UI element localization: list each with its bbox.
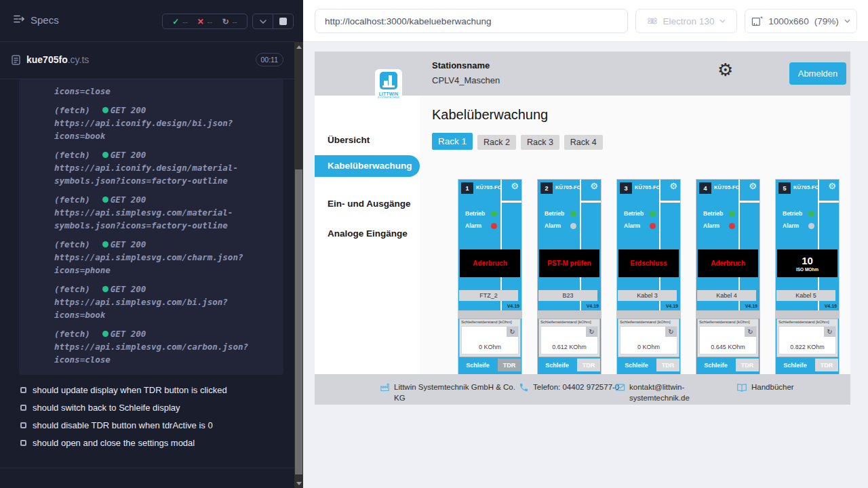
betrieb-led-icon (808, 211, 814, 217)
test-item[interactable]: should update display when TDR button is… (20, 385, 294, 395)
refresh-icon[interactable]: ↻ (507, 327, 518, 337)
card-settings-gear-icon[interactable]: ⚙ (749, 182, 757, 190)
stop-button[interactable] (273, 14, 293, 28)
scrollbar-track[interactable] (294, 42, 303, 488)
alarm-led-icon (808, 223, 814, 229)
app-viewport: LITTWIN SYSTEMTECHNIK Stationsname CPLV4… (315, 52, 850, 405)
footer-item[interactable]: Handbücher (736, 382, 850, 395)
nav-item-2[interactable]: Kabelüberwachung (315, 155, 420, 177)
nav-item-3[interactable]: Ein- und Ausgänge (315, 197, 420, 211)
chevron-down-icon (844, 19, 850, 23)
display-alert-text: Erdschluss (631, 260, 667, 267)
alarm-label: Alarm (465, 222, 488, 229)
viewport-size-label: 1000x660 (768, 16, 808, 26)
schleife-button[interactable]: Schleife (538, 359, 576, 371)
device-cards: 1 KÜ705-FO ⚙ Betrieb Alarm Aderbruch FTZ… (458, 180, 839, 375)
email-icon (615, 382, 625, 395)
divider (776, 310, 839, 319)
log-url: https://api.iconify.design/bi.json?icons… (54, 117, 278, 142)
nav-item-1[interactable]: Übersicht (315, 134, 420, 147)
resistance-readout: ↻ 0.822 KOhm (778, 326, 836, 354)
rack-tab[interactable]: Rack 1 (432, 133, 473, 150)
log-tag: (fetch) (54, 372, 90, 375)
display-main-value: 10 (802, 256, 813, 266)
schleife-button[interactable]: Schleife (776, 359, 814, 371)
betrieb-led-icon (650, 211, 656, 217)
footer-text: Telefon: 04402 972577-0 (533, 382, 625, 392)
refresh-icon[interactable]: ↻ (824, 327, 835, 337)
browser-selector[interactable]: Electron 130 (635, 9, 737, 33)
test-title: should open and close the settings modal (33, 438, 195, 448)
log-url: https://api.simplesvg.com/material-symbo… (54, 206, 278, 232)
cable-name-label: Kabel 4 (697, 290, 756, 301)
specs-header[interactable]: Specs (14, 14, 59, 26)
spec-row[interactable]: kue705fo.cy.ts 00:11 (0, 42, 294, 79)
alarm-led-icon (570, 223, 576, 229)
refresh-icon[interactable]: ↻ (665, 327, 677, 337)
test-item[interactable]: should disable TDR button when tdrActive… (20, 420, 294, 430)
test-item[interactable]: should open and close the settings modal (20, 438, 294, 448)
phone-icon (519, 382, 529, 395)
stat-passed[interactable]: ✓-- (172, 17, 187, 26)
log-entry[interactable]: (fetch) GET 200 https://api.simplesvg.co… (54, 283, 278, 321)
rack-tab[interactable]: Rack 3 (521, 135, 559, 150)
collapse-button[interactable] (253, 14, 273, 28)
cable-name-label: FTZ_2 (459, 290, 518, 301)
tdr-button[interactable]: TDR (577, 359, 600, 371)
stat-failed[interactable]: ✕-- (197, 17, 212, 26)
schleife-button[interactable]: Schleife (618, 359, 655, 371)
card-settings-gear-icon[interactable]: ⚙ (590, 182, 598, 190)
log-tag: (fetch) (54, 193, 90, 206)
spec-ext: .cy.ts (68, 54, 90, 65)
tdr-button[interactable]: TDR (736, 359, 759, 371)
log-status: GET 200 (111, 327, 146, 340)
firmware-version-label: V4.19 (507, 304, 519, 308)
log-entry[interactable]: (fetch) GET 200 https://api.iconify.desi… (54, 104, 278, 142)
betrieb-label: Betrieb (624, 210, 647, 217)
refresh-icon[interactable]: ↻ (745, 327, 756, 337)
refresh-icon[interactable]: ↻ (586, 327, 597, 337)
logo-mark-icon (380, 72, 397, 89)
schleife-button[interactable]: Schleife (697, 359, 734, 371)
viewport-selector[interactable]: 1000x660 (79%) (745, 9, 857, 33)
card-settings-gear-icon[interactable]: ⚙ (828, 182, 836, 190)
resistance-panel: Schleifenwiderstand [kOhm] ↻ 0.645 KOhm (697, 319, 759, 357)
test-state-icon (20, 405, 26, 411)
url-input[interactable] (315, 9, 628, 33)
status-dot-icon (102, 107, 108, 113)
test-state-icon (20, 387, 26, 393)
card-settings-gear-icon[interactable]: ⚙ (669, 182, 677, 190)
logout-button[interactable]: Abmelden (789, 62, 846, 85)
device-model-label: KÜ705-FO (635, 184, 660, 190)
divider (696, 310, 760, 319)
tdr-button[interactable]: TDR (656, 359, 679, 371)
card-settings-gear-icon[interactable]: ⚙ (511, 182, 519, 190)
schleife-button[interactable]: Schleife (459, 359, 496, 371)
scrollbar-down-button[interactable] (294, 479, 303, 488)
test-item[interactable]: should switch back to Schleife display (20, 403, 294, 413)
mode-buttons: Schleife TDR (697, 359, 759, 371)
rack-tab[interactable]: Rack 4 (564, 135, 603, 150)
tdr-button[interactable]: TDR (498, 359, 521, 371)
firmware-version-label: V4.19 (745, 304, 757, 308)
specs-menu-icon[interactable] (14, 14, 24, 26)
mode-buttons: Schleife TDR (776, 359, 838, 371)
failed-count: -- (208, 18, 212, 26)
log-entry[interactable]: (fetch) GET 200 https://api.simplesvg.co… (54, 238, 278, 277)
scrollbar-up-button[interactable] (294, 42, 303, 52)
led-block: Betrieb Alarm (545, 209, 576, 233)
nav-item-4[interactable]: Analoge Eingänge (315, 227, 420, 241)
footer-item[interactable]: kontakt@littwin-systemtechnik.de (615, 382, 709, 403)
log-entry[interactable]: (fetch) GET 200 https://api.simplesvg.co… (54, 372, 278, 375)
betrieb-led-icon (570, 211, 576, 217)
rack-tab[interactable]: Rack 2 (477, 135, 516, 150)
tdr-button[interactable]: TDR (815, 359, 838, 371)
divider (617, 310, 680, 319)
settings-gear-icon[interactable]: ⚙ (717, 61, 733, 79)
log-entry[interactable]: (fetch) GET 200 https://api.simplesvg.co… (54, 327, 278, 366)
footer-item: Littwin Systemtechnik GmbH & Co. KG (380, 382, 523, 403)
log-entry[interactable]: (fetch) GET 200 https://api.simplesvg.co… (54, 193, 278, 232)
stat-pending[interactable]: ↻-- (222, 17, 237, 26)
log-entry[interactable]: (fetch) GET 200 https://api.iconify.desi… (54, 148, 278, 187)
scrollbar-thumb[interactable] (295, 169, 302, 474)
